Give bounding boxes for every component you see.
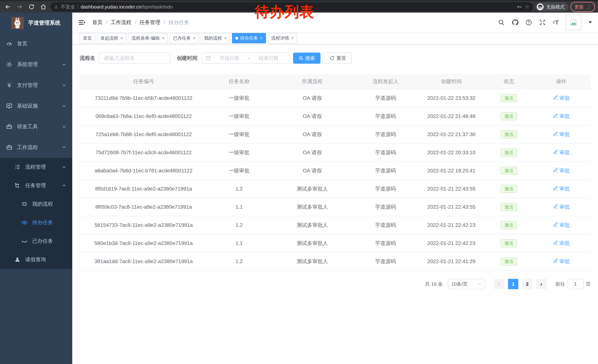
cell-status: 激活 [486, 198, 532, 216]
breadcrumb-separator: / [135, 19, 136, 25]
sidebar-item-4[interactable]: 基础设施 [0, 96, 72, 116]
incognito-label: 无痕模式 [546, 4, 565, 10]
next-page-button[interactable]: › [536, 279, 547, 289]
caret-down-icon[interactable] [588, 21, 592, 24]
cell-status: 激活 [486, 125, 532, 144]
table-row: 725a1eb6-7b88-11ec-8ef0-acde48001122一级审批… [80, 125, 590, 144]
browser-home-button[interactable] [39, 2, 48, 12]
infra-icon [6, 103, 13, 109]
approve-link[interactable]: 审批 [553, 131, 570, 138]
cell-created: 2022-01-21 22:42:23 [417, 216, 486, 234]
close-icon[interactable]: × [224, 36, 227, 40]
approve-link[interactable]: 审批 [553, 222, 570, 229]
sidebar-item-8[interactable]: 任务管理 [0, 176, 72, 195]
sidebar-item-11[interactable]: 已办任务 [0, 232, 72, 250]
sidebar-item-1[interactable]: 首页 [0, 33, 72, 54]
cell-action: 审批 [532, 234, 590, 252]
breadcrumb-item-1[interactable]: 首页 [92, 19, 103, 26]
sidebar-item-label: 研发工具 [17, 123, 62, 130]
page-unit-label: 页 [586, 281, 590, 287]
approve-link[interactable]: 审批 [553, 167, 570, 174]
sidebar-item-label: 首页 [17, 40, 72, 47]
sidebar-item-5[interactable]: 研发工具 [0, 116, 72, 137]
process-name-input[interactable] [99, 53, 171, 64]
tab-2[interactable]: 发起流程× [97, 33, 126, 43]
page-button-2[interactable]: 2 [522, 279, 532, 289]
tab-3[interactable]: 流程表单-编辑× [128, 33, 168, 43]
chevron-down-icon [62, 165, 66, 169]
tab-4[interactable]: 已办任务× [170, 33, 199, 43]
sidebar-item-7[interactable]: 流程管理 [0, 158, 72, 176]
breadcrumb-item-2[interactable]: 工作流程 [111, 19, 132, 26]
sidebar-toggle-icon[interactable] [78, 19, 86, 26]
cell-id: 8f0d1619-7ac8-11ec-a9e2-a2380e71991a [80, 180, 208, 198]
tab-5[interactable]: 我的流程× [201, 33, 230, 43]
goto-page-input[interactable] [567, 279, 583, 289]
date-range-input[interactable]: 开始日期 - 结束日期 [202, 53, 289, 64]
reset-button[interactable]: 重置 [324, 53, 352, 64]
sidebar-item-6[interactable]: 工作流程 [0, 137, 72, 158]
browser-reload-button[interactable] [27, 2, 36, 12]
approve-link[interactable]: 审批 [553, 113, 570, 120]
fullscreen-icon[interactable] [539, 19, 546, 26]
range-separator: - [248, 55, 250, 61]
sidebar-item-2[interactable]: 系统管理 [0, 54, 72, 75]
cell-status: 激活 [486, 144, 532, 162]
avatar[interactable] [566, 15, 581, 30]
app-logo[interactable]: 芋道管理系统 [0, 13, 72, 33]
cell-name: 一级审批 [208, 162, 271, 180]
sidebar-item-10[interactable]: 待办任务 [0, 213, 72, 232]
chevron-up-icon [62, 145, 66, 150]
sidebar-item-label: 支付管理 [17, 82, 62, 89]
cell-action: 审批 [532, 198, 590, 216]
approve-link[interactable]: 审批 [553, 258, 570, 265]
close-icon[interactable]: × [291, 36, 294, 40]
browser-back-button[interactable] [3, 2, 13, 12]
help-icon[interactable] [525, 19, 532, 26]
browser-update-button[interactable]: 更新 ⋮ [571, 2, 595, 12]
breadcrumb-item-3[interactable]: 任务管理 [140, 19, 160, 26]
browser-menu-icon[interactable]: ⋮ [586, 4, 591, 10]
search-icon[interactable] [498, 19, 505, 26]
sidebar-item-label: 请假查询 [25, 256, 72, 263]
cell-process: 测试多审批人 [271, 216, 354, 234]
edit-icon [553, 131, 558, 138]
sidebar-item-12[interactable]: 请假查询 [0, 250, 72, 269]
cell-name: 一级审批 [208, 144, 271, 162]
chevron-down-icon [62, 124, 66, 129]
table-row: 381aa1dd-7ac8-11ec-a9e2-a2380e71991a1.2测… [80, 252, 590, 270]
prev-page-button[interactable]: ‹ [494, 279, 504, 289]
close-icon[interactable]: × [120, 36, 123, 40]
github-icon[interactable] [512, 19, 518, 26]
page-size-select[interactable]: 10条/页 [448, 279, 485, 289]
bookmark-star-icon[interactable]: ☆ [525, 4, 530, 9]
approve-link[interactable]: 审批 [553, 185, 570, 192]
close-icon[interactable]: × [162, 36, 165, 40]
process-name-label: 流程名 [80, 55, 95, 62]
sidebar-item-3[interactable]: ¥支付管理 [0, 75, 72, 96]
password-key-icon[interactable] [517, 4, 522, 10]
approve-link[interactable]: 审批 [553, 95, 570, 102]
cell-name: 一级审批 [208, 125, 271, 144]
tab-7[interactable]: 流程详情× [268, 33, 297, 43]
approve-link[interactable]: 审批 [553, 203, 570, 210]
robot-icon [21, 201, 28, 207]
tab-1[interactable]: 首页 [80, 33, 95, 43]
annotation-text: 待办列表 [255, 2, 314, 22]
cell-id: 069c6a63-7b8a-11ec-8ef0-acde48001122 [80, 107, 208, 125]
font-size-icon[interactable]: TT [553, 19, 559, 25]
tab-label: 待办任务 [240, 35, 258, 41]
sidebar-item-9[interactable]: 我的流程 [0, 195, 72, 213]
chevron-up-icon [62, 183, 66, 188]
total-count: 共 16 条 [425, 281, 443, 287]
approve-link[interactable]: 审批 [553, 240, 570, 247]
close-icon[interactable]: × [193, 36, 196, 40]
search-button[interactable]: 搜索 [293, 53, 321, 64]
cell-starter: 芋道源码 [354, 89, 417, 107]
tab-6[interactable]: 待办任务× [232, 33, 266, 43]
browser-forward-button[interactable] [15, 2, 25, 12]
close-icon[interactable]: × [260, 36, 263, 40]
approve-link[interactable]: 审批 [553, 149, 570, 156]
tab-label: 我的流程 [204, 35, 222, 41]
page-button-1[interactable]: 1 [508, 279, 518, 289]
